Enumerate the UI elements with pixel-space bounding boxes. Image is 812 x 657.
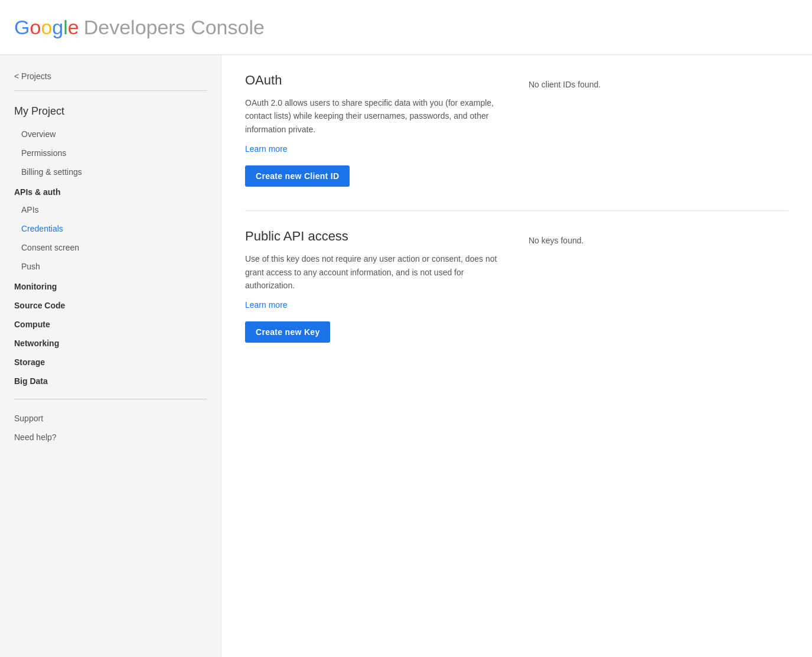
public-api-learn-more-link[interactable]: Learn more: [245, 300, 288, 310]
sidebar-item-overview[interactable]: Overview: [0, 125, 221, 144]
public-api-title: Public API access: [245, 229, 505, 244]
sidebar-item-consent-screen[interactable]: Consent screen: [0, 238, 221, 257]
main-content: OAuth OAuth 2.0 allows users to share sp…: [221, 55, 812, 657]
oauth-description: OAuth 2.0 allows users to share specific…: [245, 96, 505, 136]
sidebar-item-support[interactable]: Support: [0, 409, 221, 428]
logo-o2: o: [41, 16, 52, 38]
logo-l: l: [63, 16, 68, 38]
public-api-description: Use of this key does not require any use…: [245, 252, 505, 292]
project-name: My Project: [0, 100, 221, 125]
sidebar-item-billing[interactable]: Billing & settings: [0, 162, 221, 181]
projects-link[interactable]: < Projects: [0, 67, 221, 90]
google-logo: Google: [14, 16, 79, 39]
create-new-key-button[interactable]: Create new Key: [245, 321, 330, 343]
sidebar-section-storage[interactable]: Storage: [0, 352, 221, 370]
sidebar-section-compute[interactable]: Compute: [0, 314, 221, 333]
oauth-no-clients-text: No client IDs found.: [529, 77, 788, 89]
sidebar: < Projects My Project Overview Permissio…: [0, 55, 221, 657]
logo-o1: o: [30, 16, 41, 38]
header: Google Developers Console: [0, 0, 812, 55]
oauth-left: OAuth OAuth 2.0 allows users to share sp…: [245, 73, 505, 187]
sidebar-section-source-code[interactable]: Source Code: [0, 295, 221, 314]
public-api-no-keys-text: No keys found.: [529, 233, 788, 245]
sections-divider: [245, 210, 788, 211]
oauth-section: OAuth OAuth 2.0 allows users to share sp…: [245, 73, 788, 187]
sidebar-divider-bottom: [14, 399, 207, 399]
console-title: Developers Console: [84, 16, 265, 39]
oauth-title: OAuth: [245, 73, 505, 88]
logo-e: e: [68, 16, 79, 38]
public-api-right: No keys found.: [529, 229, 788, 343]
oauth-right: No client IDs found.: [529, 73, 788, 187]
sidebar-section-apis-auth[interactable]: APIs & auth: [0, 181, 221, 200]
sidebar-section-networking[interactable]: Networking: [0, 333, 221, 352]
public-api-section: Public API access Use of this key does n…: [245, 229, 788, 343]
sidebar-item-permissions[interactable]: Permissions: [0, 144, 221, 162]
sidebar-item-apis[interactable]: APIs: [0, 200, 221, 219]
logo-g2: g: [52, 16, 63, 38]
logo-g: G: [14, 16, 30, 38]
oauth-learn-more-link[interactable]: Learn more: [245, 144, 288, 154]
sidebar-section-monitoring[interactable]: Monitoring: [0, 276, 221, 295]
layout: < Projects My Project Overview Permissio…: [0, 55, 812, 657]
sidebar-item-need-help[interactable]: Need help?: [0, 428, 221, 447]
public-api-left: Public API access Use of this key does n…: [245, 229, 505, 343]
logo: Google Developers Console: [14, 16, 265, 39]
create-client-id-button[interactable]: Create new Client ID: [245, 165, 350, 187]
sidebar-divider-top: [14, 90, 207, 91]
sidebar-section-big-data[interactable]: Big Data: [0, 370, 221, 389]
sidebar-item-push[interactable]: Push: [0, 257, 221, 276]
sidebar-item-credentials[interactable]: Credentials: [0, 219, 221, 238]
